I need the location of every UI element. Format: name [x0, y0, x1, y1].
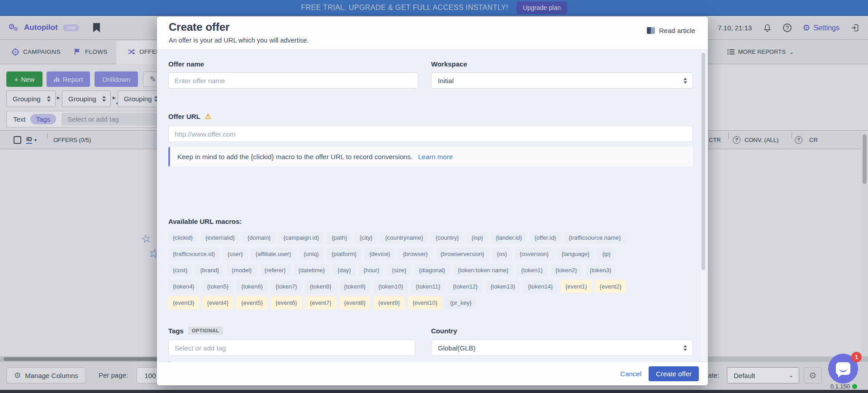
macro-chip[interactable]: {token2}	[551, 264, 582, 277]
macro-chip[interactable]: {osversion}	[515, 247, 553, 260]
macro-chip[interactable]: {browser}	[398, 247, 432, 260]
offer-name-input[interactable]	[168, 72, 418, 89]
chat-bubble-icon	[836, 362, 850, 375]
macro-chip[interactable]: {event9}	[374, 296, 404, 309]
macro-chip[interactable]: {token10}	[374, 280, 408, 293]
macro-chip[interactable]: {cost}	[168, 264, 192, 277]
modal-header: Create offer An offer is your ad URL whi…	[157, 17, 708, 50]
macro-chip[interactable]: {token8}	[305, 280, 336, 293]
create-offer-button[interactable]: Create offer	[649, 366, 699, 381]
modal-title: Create offer	[169, 21, 230, 33]
macro-chip[interactable]: {uniq}	[299, 247, 323, 260]
macro-chip[interactable]: {token1}	[517, 264, 547, 277]
macro-chip[interactable]: {user}	[223, 247, 247, 260]
offer-url-input[interactable]	[168, 126, 693, 142]
macro-chip[interactable]: {isp}	[467, 231, 488, 244]
macro-chip[interactable]: {event1}	[561, 280, 592, 293]
offer-name-label: Offer name	[168, 60, 204, 68]
create-offer-modal: Create offer An offer is your ad URL whi…	[157, 17, 708, 385]
macro-chip[interactable]: {device}	[365, 247, 394, 260]
macro-chip[interactable]: {diagonal}	[414, 264, 450, 277]
macro-chip[interactable]: {event7}	[305, 296, 336, 309]
read-article-link[interactable]: Read article	[647, 27, 695, 34]
macro-chip[interactable]: {event8}	[340, 296, 370, 309]
chat-unread-badge: 1	[851, 352, 862, 362]
optional-badge: OPTIONAL	[188, 327, 223, 335]
modal-subtitle: An offer is your ad URL which you will a…	[169, 37, 308, 44]
country-label: Country	[431, 327, 457, 335]
macros-label: Available URL macros:	[168, 218, 242, 225]
macro-chip[interactable]: {size}	[387, 264, 411, 277]
offer-url-label: Offer URL⚠	[168, 112, 211, 121]
macro-chip[interactable]: {event3}	[168, 296, 199, 309]
macro-chip[interactable]: {event2}	[595, 280, 626, 293]
macro-chip[interactable]: {platform}	[327, 247, 361, 260]
app-window: FREE TRIAL. UPGRADE & GET FULL ACCESS IN…	[0, 0, 868, 393]
macro-chip[interactable]: {model}	[227, 264, 256, 277]
macro-chip[interactable]: {token6}	[237, 280, 267, 293]
version-label: 0.1.150	[810, 383, 857, 390]
workspace-value: Initial	[438, 77, 454, 85]
workspace-select[interactable]: Initial	[431, 72, 693, 89]
macro-chip[interactable]: {referer}	[260, 264, 290, 277]
macro-chip[interactable]: {token13}	[486, 280, 520, 293]
macro-chip[interactable]: {language}	[557, 247, 594, 260]
macro-chip[interactable]: {token9}	[340, 280, 370, 293]
macro-chip[interactable]: {hour}	[359, 264, 384, 277]
macro-chip[interactable]: {externalid}	[201, 231, 239, 244]
macro-chip[interactable]: {datetime}	[294, 264, 330, 277]
macro-chip[interactable]: {path}	[327, 231, 351, 244]
macros-list: {clickid}{externalid}{domain}{campaign.i…	[168, 231, 697, 313]
macro-chip[interactable]: {token:token name}	[453, 264, 513, 277]
modal-scrollbar	[701, 51, 706, 361]
macro-chip[interactable]: {brand}	[196, 264, 224, 277]
learn-more-link[interactable]: Learn more	[418, 153, 453, 161]
macro-chip[interactable]: {ip}	[598, 247, 615, 260]
modal-footer: Cancel Create offer	[157, 362, 708, 385]
version-number: 0.1.150	[830, 383, 850, 390]
macro-chip[interactable]: {lander.id}	[491, 231, 526, 244]
macro-chip[interactable]: {pr_key}	[446, 296, 476, 309]
macro-chip[interactable]: {token14}	[523, 280, 557, 293]
tags-label: TagsOPTIONAL	[168, 327, 223, 335]
macro-chip[interactable]: {browserversion}	[436, 247, 489, 260]
macro-chip[interactable]: {token4}	[168, 280, 199, 293]
macro-chip[interactable]: {token12}	[448, 280, 482, 293]
macro-chip[interactable]: {trafficsource.name}	[564, 231, 625, 244]
warning-icon: ⚠	[205, 113, 211, 120]
status-dot	[852, 384, 857, 389]
spinner-icon	[683, 78, 687, 84]
country-select[interactable]: Global(GLB)	[431, 340, 693, 356]
country-value: Global(GLB)	[438, 344, 475, 352]
macro-chip[interactable]: {affiliate.user}	[251, 247, 296, 260]
macro-chip[interactable]: {country}	[431, 231, 463, 244]
macro-chip[interactable]: {token5}	[203, 280, 233, 293]
modal-scrollbar-thumb[interactable]	[702, 53, 705, 270]
macro-chip[interactable]: {event6}	[271, 296, 302, 309]
spinner-icon	[683, 345, 687, 351]
macro-chip[interactable]: {day}	[333, 264, 356, 277]
book-icon	[647, 27, 655, 34]
macro-chip[interactable]: {campaign.id}	[279, 231, 323, 244]
macro-chip[interactable]: {domain}	[243, 231, 275, 244]
macro-chip[interactable]: {city}	[355, 231, 377, 244]
macro-chip[interactable]: {event10}	[408, 296, 442, 309]
clickid-note: Keep in mind to add the {clickid} macro …	[168, 147, 693, 166]
clickid-note-text: Keep in mind to add the {clickid} macro …	[177, 153, 413, 161]
macro-chip[interactable]: {offer.id}	[530, 231, 560, 244]
macro-chip[interactable]: {clickid}	[168, 231, 197, 244]
macro-chip[interactable]: {os}	[492, 247, 511, 260]
modal-body: Offer name Workspace Initial Offer URL⚠ …	[157, 50, 708, 362]
workspace-label: Workspace	[431, 60, 467, 68]
macro-chip[interactable]: {event5}	[237, 296, 267, 309]
macro-chip[interactable]: {countryname}	[380, 231, 427, 244]
macro-chip[interactable]: {token7}	[271, 280, 302, 293]
macro-chip[interactable]: {token3}	[585, 264, 616, 277]
cancel-button[interactable]: Cancel	[614, 366, 648, 381]
macro-chip[interactable]: {token11}	[411, 280, 445, 293]
macro-chip[interactable]: {event4}	[203, 296, 233, 309]
tags-input[interactable]	[168, 340, 415, 356]
read-article-label: Read article	[659, 27, 695, 34]
macro-chip[interactable]: {trafficsource.id}	[168, 247, 219, 260]
